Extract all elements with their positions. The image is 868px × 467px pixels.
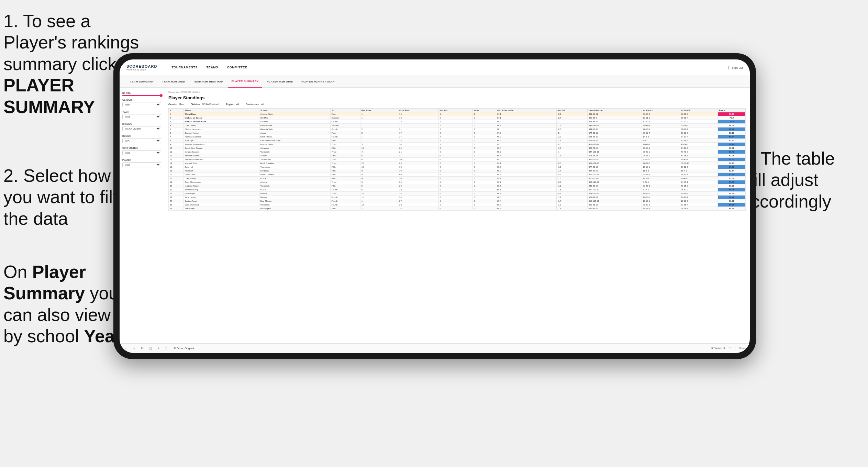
- cell-overall-record: 377-82-17: [587, 165, 642, 169]
- sub-nav-player-h2h-grid[interactable]: PLAYER H2H GRID: [264, 76, 297, 88]
- nav-item-committee[interactable]: COMMITTEE: [223, 59, 252, 76]
- cell-wins: 0: [473, 207, 496, 211]
- cell-vs-top50: 33-38-4: [680, 203, 718, 207]
- cell-num: 8: [169, 139, 183, 143]
- cell-points: 80.98: [718, 188, 746, 192]
- toolbar-forward[interactable]: →: [131, 346, 137, 351]
- cell-points: 80.27: [718, 196, 746, 199]
- toolbar-watch[interactable]: 👁 Watch ▼: [711, 347, 726, 350]
- cell-vs-top50: 24-10-4: [680, 135, 718, 139]
- slider-dot: [160, 94, 163, 97]
- cell-adj-score: 67.1: [496, 112, 556, 116]
- cell-reg-rank: 18: [360, 165, 398, 169]
- cell-school: Texas A&M: [259, 158, 330, 162]
- sub-nav-team-h2h-heatmap[interactable]: TEAM H2H HEATMAP: [190, 76, 227, 88]
- cell-avg-sg: -0.2: [556, 173, 587, 177]
- region-select[interactable]: N/A: [122, 138, 161, 143]
- toolbar-copy[interactable]: 📋: [147, 346, 154, 351]
- cell-wins: 0: [473, 162, 496, 165]
- cell-yr: Fourth: [330, 120, 360, 124]
- cell-conf-rank: 37: [398, 154, 439, 158]
- table-row: 12 Brendan Valdes Auburn Fifth 5 37 0 0 …: [169, 154, 746, 158]
- cell-vs-top50: 24-45-1: [680, 180, 718, 184]
- cell-adj-score: 68.2: [496, 135, 556, 139]
- cell-points: 88.54: [718, 135, 746, 139]
- table-row: 20 Matthew Riedel Vanderbilt Fifth 5 28 …: [169, 184, 746, 188]
- cell-num: 11: [169, 150, 183, 154]
- table-row: 24 Bastien Amat New Mexico Fourth 1 27 0…: [169, 199, 746, 203]
- cell-yr: Fifth: [330, 154, 360, 158]
- nav-right: | Sign out: [728, 66, 743, 69]
- toolbar-share[interactable]: Share: [739, 347, 746, 350]
- toolbar-layout[interactable]: ☷: [728, 347, 731, 350]
- division-group: Division NCAA Division I: [122, 123, 161, 131]
- cell-overall-record: 387-133-16: [587, 150, 642, 154]
- cell-wins: 0: [473, 146, 496, 150]
- cell-school: Georgia Tech: [259, 127, 330, 131]
- cell-vs-top25: 30-14-5: [642, 146, 680, 150]
- cell-reg-rank: 8: [360, 169, 398, 173]
- cell-adj-score: 69.5: [496, 173, 556, 177]
- toolbar-clock[interactable]: ◌: [164, 346, 169, 351]
- toolbar-eye-icon: 👁: [174, 347, 176, 350]
- sub-nav-team-h2h-grid[interactable]: TEAM H2H GRID: [159, 76, 189, 88]
- table-row: 25 Cole Sherwood Vanderbilt Fourth 12 23…: [169, 203, 746, 207]
- cell-points: 83.83: [718, 158, 746, 162]
- cell-vs-top50: 29-38-2: [680, 192, 718, 196]
- cell-vs-top50: 26-32-2: [680, 165, 718, 169]
- cell-wins: 0: [473, 127, 496, 131]
- cell-vs-top25: 11-5-3: [642, 169, 680, 173]
- cell-points: 80.04: [718, 124, 746, 127]
- cell-avg-sg: -1.5: [556, 146, 587, 150]
- cell-adj-score: 69: [496, 143, 556, 146]
- cell-vs-top25: 20-25-8: [642, 184, 680, 188]
- sub-nav-player-summary[interactable]: PLAYER SUMMARY: [228, 76, 262, 88]
- table-row: 1 Wenyi Ding Arizona State First 1 15 1 …: [169, 112, 746, 116]
- cell-school: Vanderbilt: [259, 203, 330, 207]
- nav-item-tournaments[interactable]: TOURNAMENTS: [167, 59, 201, 76]
- cell-points: 83.49: [718, 150, 746, 154]
- cell-adj-score: 68.6: [496, 207, 556, 211]
- toolbar-refresh[interactable]: ↻: [140, 346, 145, 351]
- cell-wins: 0: [473, 177, 496, 180]
- cell-school: Auburn: [259, 131, 330, 135]
- sign-out[interactable]: Sign out: [732, 66, 743, 69]
- toolbar-dots[interactable]: ⋮: [734, 347, 736, 350]
- toolbar-view-label[interactable]: View: Original: [177, 347, 194, 350]
- division-select[interactable]: NCAA Division I: [122, 126, 161, 131]
- year-select[interactable]: (All): [122, 114, 161, 119]
- toolbar-add[interactable]: +: [156, 346, 161, 351]
- filter-region-label: Region:: [226, 103, 235, 105]
- player-select[interactable]: (All): [122, 162, 161, 167]
- cell-player: Nicholas Gabrielis: [183, 135, 259, 139]
- cell-school: UCLA: [259, 177, 330, 180]
- cell-conf-rank: 21: [398, 127, 439, 131]
- conference-select[interactable]: (All): [122, 150, 161, 155]
- cell-vs-top25: 19-39-2: [642, 143, 680, 146]
- nav-item-teams[interactable]: TEAMS: [202, 59, 222, 76]
- cell-yr: Third: [330, 158, 360, 162]
- cell-yr: Third: [330, 192, 360, 196]
- cell-reg-rank: 1: [360, 124, 398, 127]
- cell-avg-sg: -1.2: [556, 203, 587, 207]
- slider-track[interactable]: [122, 95, 161, 96]
- cell-overall-record: 429-198-22: [587, 180, 642, 184]
- cell-num: 14: [169, 162, 183, 165]
- cell-reg-rank: 3: [360, 143, 398, 146]
- cell-num: 17: [169, 173, 183, 177]
- cell-avg-sg: -1: [556, 150, 587, 154]
- gender-select[interactable]: Men: [122, 102, 161, 107]
- cell-num: 10: [169, 146, 183, 150]
- cell-player: Jack Lundin: [183, 196, 259, 199]
- cell-school: Vanderbilt: [259, 184, 330, 188]
- logo-sub: Powered by dippa: [126, 68, 157, 71]
- toolbar-back[interactable]: ←: [123, 346, 129, 351]
- sub-nav-team-summary[interactable]: TEAM SUMMARY: [126, 76, 157, 88]
- filter-row: Gender: Men Division: NCAA Division I Re…: [168, 103, 746, 105]
- cell-wins: 0: [473, 120, 496, 124]
- cell-wins: 0: [473, 116, 496, 120]
- cell-avg-sg: -1.5: [556, 188, 587, 192]
- cell-reg-rank: 11: [360, 196, 398, 199]
- sub-nav-player-h2h-heatmap[interactable]: PLAYER H2H HEATMAP: [298, 76, 338, 88]
- cell-avg-sg: -2.5: [556, 139, 587, 143]
